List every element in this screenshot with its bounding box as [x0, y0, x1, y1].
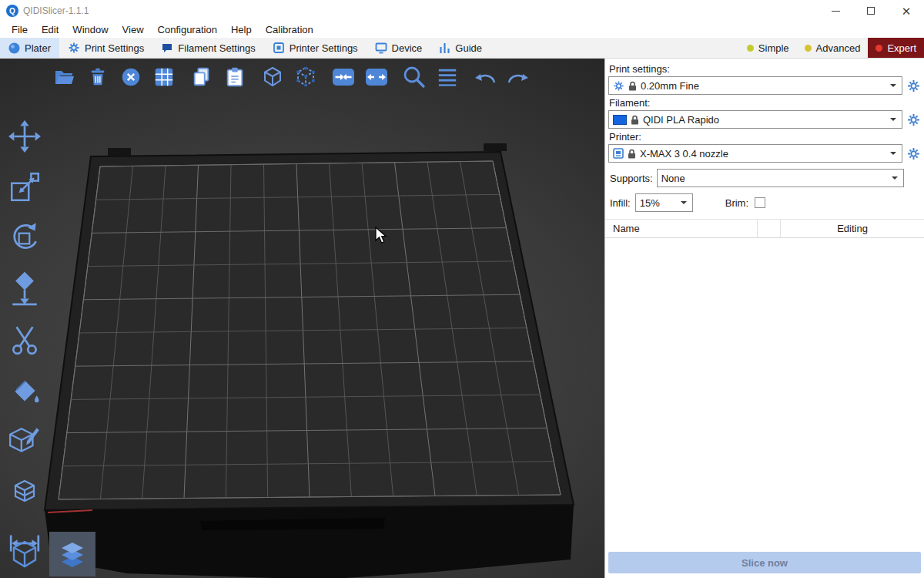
split-parts-cube-icon	[294, 66, 317, 89]
brim-checkbox[interactable]	[755, 197, 765, 208]
cube-pencil-icon	[7, 424, 42, 459]
copy-button[interactable]	[188, 63, 216, 91]
close-button[interactable]: ✕	[889, 0, 924, 22]
printer-label: Printer:	[609, 131, 924, 143]
object-list[interactable]	[605, 238, 924, 552]
chevron-down-icon	[890, 84, 896, 90]
filament-combo[interactable]: QIDI PLA Rapido	[608, 110, 902, 129]
object-list-header: Name Editing	[605, 219, 924, 238]
open-folder-icon	[53, 66, 76, 89]
place-on-face-tool-button[interactable]	[4, 270, 45, 308]
extruder-column-header[interactable]	[758, 220, 781, 237]
print-settings-combo[interactable]: 0.20mm Fine	[608, 76, 902, 95]
printer-settings-icon	[273, 42, 285, 54]
menu-edit[interactable]: Edit	[35, 24, 65, 35]
print-settings-icon	[68, 42, 80, 54]
menu-view[interactable]: View	[116, 24, 151, 35]
delete-all-button[interactable]	[117, 63, 145, 91]
minimize-button[interactable]	[818, 0, 853, 22]
rotate-tool-button[interactable]	[4, 219, 45, 257]
window-controls: ✕	[818, 0, 924, 22]
supports-label: Supports:	[610, 173, 653, 184]
tab-plater-label: Plater	[25, 42, 51, 54]
filament-gear-button[interactable]	[906, 111, 921, 128]
maximize-icon	[867, 7, 875, 15]
redo-arrow-icon	[506, 67, 531, 87]
mode-simple-label: Simple	[758, 42, 789, 54]
paint-supports-tool-button[interactable]	[4, 371, 45, 410]
split-to-objects-button[interactable]	[259, 63, 286, 91]
title-bar: Q QIDISlicer-1.1.1 ✕	[0, 0, 924, 22]
menu-calibration[interactable]: Calibration	[259, 24, 320, 35]
print-settings-value: 0.20mm Fine	[641, 80, 886, 92]
mode-simple[interactable]: Simple	[739, 38, 797, 58]
gear-icon	[907, 147, 920, 160]
preview-layers-icon	[55, 537, 89, 571]
edit-text-tool-button[interactable]	[4, 422, 45, 461]
mode-expert[interactable]: Expert	[868, 38, 924, 58]
tab-device[interactable]: Device	[367, 38, 431, 58]
maximize-button[interactable]	[853, 0, 889, 22]
delete-button[interactable]	[84, 63, 112, 91]
plater-icon	[8, 42, 20, 54]
printer-combo[interactable]: X-MAX 3 0.4 nozzle	[608, 144, 902, 163]
supports-combo[interactable]: None	[657, 169, 904, 187]
chevron-down-icon	[890, 118, 896, 124]
filament-label: Filament:	[609, 97, 924, 109]
tab-device-label: Device	[392, 42, 423, 54]
scale-tool-button[interactable]	[4, 168, 45, 207]
tab-printer-settings[interactable]: Printer Settings	[264, 38, 367, 58]
move-tool-button[interactable]	[4, 117, 45, 156]
infill-combo[interactable]: 15%	[635, 193, 693, 212]
cut-tool-button[interactable]	[4, 321, 45, 359]
variable-layer-height-button[interactable]	[434, 63, 461, 91]
name-column-header[interactable]: Name	[605, 220, 758, 237]
merge-objects-button[interactable]	[330, 63, 357, 91]
search-button[interactable]	[400, 63, 428, 91]
split-objects-cube-icon	[261, 66, 284, 89]
printer-gear-button[interactable]	[906, 145, 921, 162]
open-button[interactable]	[51, 63, 79, 91]
menu-configuration[interactable]: Configuration	[151, 24, 224, 35]
menu-file[interactable]: File	[5, 24, 35, 35]
tab-bar: Plater Print Settings Filament Settings …	[0, 38, 924, 59]
tab-filament-settings[interactable]: Filament Settings	[152, 38, 263, 58]
scale-icon	[8, 170, 42, 204]
main-content: Print settings: 0.20mm Fine Filament: QI…	[0, 59, 924, 578]
undo-button[interactable]	[471, 63, 499, 91]
menu-help[interactable]: Help	[224, 24, 259, 35]
arrange-icon	[153, 66, 175, 88]
lock-icon	[631, 115, 639, 125]
paint-bucket-icon	[8, 374, 42, 408]
tab-plater[interactable]: Plater	[0, 38, 59, 58]
chevron-down-icon	[892, 176, 898, 183]
editor-cube-icon	[9, 539, 40, 570]
redo-button[interactable]	[504, 63, 532, 91]
editor-view-button[interactable]	[2, 532, 48, 576]
split-to-parts-button[interactable]	[292, 63, 320, 91]
close-icon: ✕	[902, 5, 912, 17]
lock-icon	[628, 149, 636, 159]
device-icon	[375, 42, 387, 54]
menu-window[interactable]: Window	[65, 24, 115, 35]
tab-guide[interactable]: Guide	[430, 38, 490, 58]
move-icon	[8, 119, 42, 153]
tab-print-settings[interactable]: Print Settings	[59, 38, 152, 58]
viewport-3d[interactable]	[0, 59, 604, 578]
split-apart-button[interactable]	[363, 63, 390, 91]
print-settings-gear-button[interactable]	[906, 77, 921, 94]
chevron-down-icon	[681, 201, 687, 207]
tab-spacer	[490, 38, 739, 58]
height-range-tool-button[interactable]	[4, 473, 45, 512]
infill-label: Infill:	[610, 197, 631, 209]
preview-view-button[interactable]	[49, 532, 95, 576]
arrange-button[interactable]	[150, 63, 178, 91]
minimize-icon	[832, 11, 840, 12]
window-title: QIDISlicer-1.1.1	[23, 5, 89, 16]
slice-now-button[interactable]: Slice now	[608, 552, 921, 573]
mode-advanced[interactable]: Advanced	[797, 38, 869, 58]
paste-button[interactable]	[221, 63, 249, 91]
infill-value: 15%	[640, 197, 677, 209]
arrows-inward-box-icon	[331, 66, 356, 89]
editing-column-header[interactable]: Editing	[781, 220, 924, 237]
